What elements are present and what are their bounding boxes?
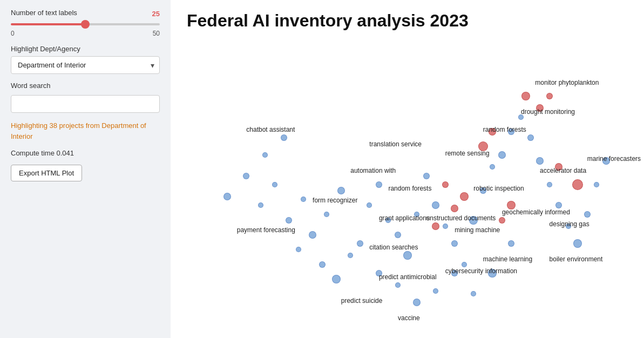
dot-label: predict antimicrobial — [379, 273, 437, 281]
blue-dot — [498, 151, 506, 159]
text-labels-slider[interactable] — [11, 23, 160, 25]
blue-dot — [508, 240, 514, 247]
slider-label: Number of text labels — [11, 9, 77, 17]
blue-dot — [243, 173, 249, 179]
blue-dot — [324, 212, 329, 217]
blue-dot — [223, 193, 231, 200]
red-dot — [442, 181, 449, 188]
dot-label: unstructured documents — [426, 214, 496, 222]
red-dot — [572, 179, 583, 190]
red-dot — [499, 217, 505, 224]
highlight-info: Highlighting 38 projects from Department… — [11, 120, 160, 141]
dot-label: vaccine — [398, 314, 420, 322]
dot-label: monitor phytoplankton — [535, 79, 599, 86]
blue-dot — [536, 157, 544, 165]
dot-label: grant applications — [379, 214, 430, 222]
range-min-label: 0 — [11, 30, 15, 37]
dot-label: cybersecurity information — [445, 267, 517, 275]
red-dot — [432, 222, 439, 230]
blue-dot — [555, 202, 562, 208]
dot-label: marine forecasters — [587, 155, 641, 163]
blue-dot — [367, 202, 372, 208]
dept-select-wrapper: Department of Interior Department of Def… — [11, 56, 160, 74]
blue-dot — [286, 217, 292, 224]
blue-dot — [296, 247, 301, 252]
dot-label: automation with — [350, 167, 396, 174]
blue-dot — [432, 201, 439, 209]
slider-header: Number of text labels 25 — [11, 9, 160, 19]
dot-label: designing gas — [550, 220, 589, 228]
blue-dot — [332, 275, 341, 283]
dot-label: accelerator data — [540, 167, 586, 174]
compute-time: Compute time 0.041 — [11, 149, 160, 157]
dot-label: random forests — [483, 126, 526, 133]
word-search-label: Word search — [11, 82, 160, 90]
blue-dot — [433, 288, 438, 294]
red-dot — [460, 192, 469, 201]
blue-dot — [395, 282, 401, 288]
red-dot — [546, 93, 553, 99]
chart-title: Federal AI inventory analysis 2023 — [171, 0, 644, 36]
dept-select[interactable]: Department of Interior Department of Def… — [11, 56, 160, 74]
dot-label: predict suicide — [341, 297, 383, 305]
blue-dot — [348, 253, 353, 258]
main-chart-area: Federal AI inventory analysis 2023 monit… — [171, 0, 644, 338]
blue-dot — [319, 261, 326, 268]
export-button[interactable]: Export HTML Plot — [11, 165, 82, 181]
blue-dot — [423, 173, 430, 179]
blue-dot — [309, 231, 316, 239]
blue-dot — [490, 164, 495, 170]
dot-label: geochemically informed — [502, 208, 570, 216]
blue-dot — [357, 240, 363, 247]
blue-dot — [258, 202, 263, 208]
blue-dot — [272, 182, 277, 187]
highlight-label: Highlight Dept/Agency — [11, 45, 160, 53]
blue-dot — [462, 262, 467, 267]
slider-value-display: 25 — [152, 10, 160, 18]
dot-label: robotic inspection — [473, 185, 524, 192]
blue-dot — [594, 182, 599, 187]
dot-label: machine learning — [483, 255, 532, 263]
blue-dot — [443, 224, 448, 229]
dot-label: remote sensing — [445, 150, 490, 157]
dot-label: citation searches — [369, 244, 418, 251]
range-max-label: 50 — [153, 30, 160, 37]
highlight-section: Highlight Dept/Agency Department of Inte… — [11, 45, 160, 74]
blue-dot — [281, 134, 287, 141]
blue-dot — [547, 182, 552, 187]
blue-dot — [413, 299, 421, 306]
dot-label: chatbot assistant — [246, 126, 295, 133]
red-dot — [451, 205, 458, 212]
blue-dot — [584, 211, 591, 218]
scatter-plot: monitor phytoplanktondrought monitoringm… — [171, 43, 644, 338]
blue-dot — [527, 134, 534, 141]
dot-label: translation service — [369, 140, 422, 148]
word-search-input[interactable] — [11, 95, 160, 113]
blue-dot — [337, 187, 345, 194]
sidebar: Number of text labels 25 0 50 Highlight … — [0, 0, 171, 338]
red-dot — [521, 92, 530, 100]
word-search-section: Word search — [11, 82, 160, 113]
blue-dot — [395, 232, 401, 238]
dot-label: random forests — [388, 185, 431, 192]
blue-dot — [573, 239, 582, 248]
dot-label: form recognizer — [313, 197, 357, 204]
dot-label: drought monitoring — [521, 108, 575, 116]
blue-dot — [376, 181, 382, 188]
blue-dot — [451, 240, 458, 247]
blue-dot — [262, 152, 268, 158]
blue-dot — [471, 291, 476, 296]
blue-dot — [301, 197, 306, 202]
dot-label: payment forecasting — [237, 226, 295, 234]
dot-label: mining machine — [455, 226, 500, 234]
blue-dot — [403, 251, 412, 260]
dot-label: boiler environment — [550, 255, 603, 263]
range-labels: 0 50 — [11, 30, 160, 37]
slider-section: Number of text labels 25 0 50 — [11, 9, 160, 37]
